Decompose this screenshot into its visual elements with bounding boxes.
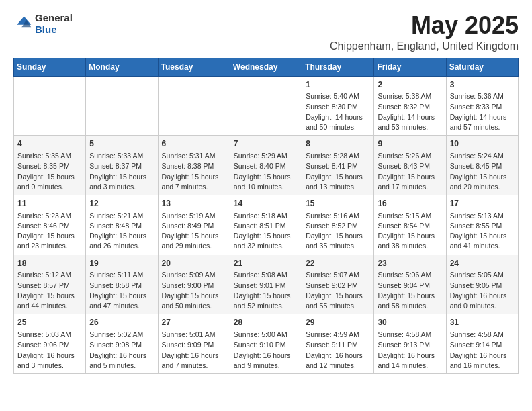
calendar-cell: 13Sunrise: 5:19 AM Sunset: 8:49 PM Dayli… <box>158 195 230 255</box>
day-info: Sunrise: 4:58 AM Sunset: 9:14 PM Dayligh… <box>450 330 515 371</box>
day-info: Sunrise: 5:35 AM Sunset: 8:35 PM Dayligh… <box>17 151 82 192</box>
day-info: Sunrise: 5:07 AM Sunset: 9:02 PM Dayligh… <box>306 270 370 311</box>
day-info: Sunrise: 5:38 AM Sunset: 8:32 PM Dayligh… <box>378 91 442 132</box>
svg-marker-0 <box>17 17 31 25</box>
day-number: 22 <box>306 258 370 269</box>
day-number: 9 <box>378 138 442 150</box>
calendar-header-thursday: Thursday <box>302 58 374 76</box>
calendar-week-2: 4Sunrise: 5:35 AM Sunset: 8:35 PM Daylig… <box>14 136 519 195</box>
day-info: Sunrise: 5:08 AM Sunset: 9:01 PM Dayligh… <box>234 270 298 311</box>
day-info: Sunrise: 5:12 AM Sunset: 8:57 PM Dayligh… <box>17 270 82 311</box>
day-number: 5 <box>89 138 154 150</box>
calendar-cell: 9Sunrise: 5:26 AM Sunset: 8:43 PM Daylig… <box>374 136 446 195</box>
calendar-cell: 16Sunrise: 5:15 AM Sunset: 8:54 PM Dayli… <box>374 195 446 255</box>
day-number: 14 <box>234 198 298 210</box>
calendar-cell: 17Sunrise: 5:13 AM Sunset: 8:55 PM Dayli… <box>446 195 518 255</box>
day-number: 27 <box>162 317 226 328</box>
calendar-cell: 14Sunrise: 5:18 AM Sunset: 8:51 PM Dayli… <box>230 195 302 255</box>
calendar-header-wednesday: Wednesday <box>230 58 302 76</box>
calendar-cell: 26Sunrise: 5:02 AM Sunset: 9:08 PM Dayli… <box>86 314 158 374</box>
calendar-cell: 24Sunrise: 5:05 AM Sunset: 9:05 PM Dayli… <box>446 255 518 314</box>
title-block: May 2025 Chippenham, England, United Kin… <box>330 12 519 52</box>
calendar-cell: 23Sunrise: 5:06 AM Sunset: 9:04 PM Dayli… <box>374 255 446 314</box>
day-number: 1 <box>306 79 370 91</box>
day-info: Sunrise: 5:36 AM Sunset: 8:33 PM Dayligh… <box>450 91 515 132</box>
calendar-cell: 20Sunrise: 5:09 AM Sunset: 9:00 PM Dayli… <box>158 255 230 314</box>
day-info: Sunrise: 5:00 AM Sunset: 9:10 PM Dayligh… <box>234 330 298 371</box>
day-number: 20 <box>162 258 226 269</box>
day-number: 21 <box>234 258 298 269</box>
calendar-cell: 31Sunrise: 4:58 AM Sunset: 9:14 PM Dayli… <box>446 314 518 374</box>
day-info: Sunrise: 5:31 AM Sunset: 8:38 PM Dayligh… <box>162 151 226 192</box>
calendar-header-tuesday: Tuesday <box>158 58 230 76</box>
calendar-cell <box>14 76 86 136</box>
calendar-week-5: 25Sunrise: 5:03 AM Sunset: 9:06 PM Dayli… <box>14 314 519 374</box>
day-number: 3 <box>450 79 515 91</box>
calendar-cell: 22Sunrise: 5:07 AM Sunset: 9:02 PM Dayli… <box>302 255 374 314</box>
calendar-cell: 4Sunrise: 5:35 AM Sunset: 8:35 PM Daylig… <box>14 136 86 195</box>
day-info: Sunrise: 5:29 AM Sunset: 8:40 PM Dayligh… <box>234 151 298 192</box>
subtitle: Chippenham, England, United Kingdom <box>330 40 519 52</box>
logo-general: General <box>35 12 73 24</box>
day-info: Sunrise: 5:06 AM Sunset: 9:04 PM Dayligh… <box>378 270 442 311</box>
calendar-week-4: 18Sunrise: 5:12 AM Sunset: 8:57 PM Dayli… <box>14 255 519 314</box>
calendar-cell: 1Sunrise: 5:40 AM Sunset: 8:30 PM Daylig… <box>302 76 374 136</box>
day-number: 7 <box>234 138 298 150</box>
day-number: 18 <box>17 258 82 269</box>
main-title: May 2025 <box>330 12 519 39</box>
day-info: Sunrise: 5:19 AM Sunset: 8:49 PM Dayligh… <box>162 211 226 252</box>
day-number: 25 <box>17 317 82 328</box>
day-number: 8 <box>306 138 370 150</box>
day-number: 28 <box>234 317 298 328</box>
day-number: 29 <box>306 317 370 328</box>
day-info: Sunrise: 5:02 AM Sunset: 9:08 PM Dayligh… <box>89 330 154 371</box>
day-number: 11 <box>17 198 82 210</box>
calendar-cell: 7Sunrise: 5:29 AM Sunset: 8:40 PM Daylig… <box>230 136 302 195</box>
logo-blue: Blue <box>35 24 73 35</box>
day-number: 13 <box>162 198 226 210</box>
calendar: SundayMondayTuesdayWednesdayThursdayFrid… <box>13 58 519 374</box>
calendar-cell: 8Sunrise: 5:28 AM Sunset: 8:41 PM Daylig… <box>302 136 374 195</box>
calendar-cell: 11Sunrise: 5:23 AM Sunset: 8:46 PM Dayli… <box>14 195 86 255</box>
day-info: Sunrise: 5:16 AM Sunset: 8:52 PM Dayligh… <box>306 211 370 252</box>
calendar-week-1: 1Sunrise: 5:40 AM Sunset: 8:30 PM Daylig… <box>14 76 519 136</box>
day-number: 19 <box>89 258 154 269</box>
day-info: Sunrise: 5:11 AM Sunset: 8:58 PM Dayligh… <box>89 270 154 311</box>
calendar-cell: 29Sunrise: 4:59 AM Sunset: 9:11 PM Dayli… <box>302 314 374 374</box>
day-info: Sunrise: 5:13 AM Sunset: 8:55 PM Dayligh… <box>450 211 515 252</box>
day-number: 15 <box>306 198 370 210</box>
day-number: 26 <box>89 317 154 328</box>
day-number: 12 <box>89 198 154 210</box>
day-info: Sunrise: 5:03 AM Sunset: 9:06 PM Dayligh… <box>17 330 82 371</box>
calendar-week-3: 11Sunrise: 5:23 AM Sunset: 8:46 PM Dayli… <box>14 195 519 255</box>
calendar-cell: 18Sunrise: 5:12 AM Sunset: 8:57 PM Dayli… <box>14 255 86 314</box>
day-number: 6 <box>162 138 226 150</box>
day-info: Sunrise: 5:18 AM Sunset: 8:51 PM Dayligh… <box>234 211 298 252</box>
day-info: Sunrise: 4:58 AM Sunset: 9:13 PM Dayligh… <box>378 330 442 371</box>
day-number: 2 <box>378 79 442 91</box>
day-number: 24 <box>450 258 515 269</box>
calendar-header-saturday: Saturday <box>446 58 518 76</box>
day-info: Sunrise: 5:24 AM Sunset: 8:45 PM Dayligh… <box>450 151 515 192</box>
logo-icon <box>13 14 32 33</box>
calendar-cell: 5Sunrise: 5:33 AM Sunset: 8:37 PM Daylig… <box>86 136 158 195</box>
day-number: 30 <box>378 317 442 328</box>
day-number: 17 <box>450 198 515 210</box>
calendar-cell: 25Sunrise: 5:03 AM Sunset: 9:06 PM Dayli… <box>14 314 86 374</box>
day-number: 31 <box>450 317 515 328</box>
day-number: 23 <box>378 258 442 269</box>
day-number: 4 <box>17 138 82 150</box>
calendar-cell: 15Sunrise: 5:16 AM Sunset: 8:52 PM Dayli… <box>302 195 374 255</box>
calendar-cell: 3Sunrise: 5:36 AM Sunset: 8:33 PM Daylig… <box>446 76 518 136</box>
day-info: Sunrise: 5:28 AM Sunset: 8:41 PM Dayligh… <box>306 151 370 192</box>
calendar-cell: 2Sunrise: 5:38 AM Sunset: 8:32 PM Daylig… <box>374 76 446 136</box>
day-info: Sunrise: 5:09 AM Sunset: 9:00 PM Dayligh… <box>162 270 226 311</box>
calendar-cell <box>86 76 158 136</box>
day-info: Sunrise: 5:15 AM Sunset: 8:54 PM Dayligh… <box>378 211 442 252</box>
calendar-cell: 30Sunrise: 4:58 AM Sunset: 9:13 PM Dayli… <box>374 314 446 374</box>
day-info: Sunrise: 5:05 AM Sunset: 9:05 PM Dayligh… <box>450 270 515 311</box>
calendar-cell: 12Sunrise: 5:21 AM Sunset: 8:48 PM Dayli… <box>86 195 158 255</box>
day-info: Sunrise: 5:26 AM Sunset: 8:43 PM Dayligh… <box>378 151 442 192</box>
calendar-cell: 10Sunrise: 5:24 AM Sunset: 8:45 PM Dayli… <box>446 136 518 195</box>
header: General Blue May 2025 Chippenham, Englan… <box>13 12 519 52</box>
